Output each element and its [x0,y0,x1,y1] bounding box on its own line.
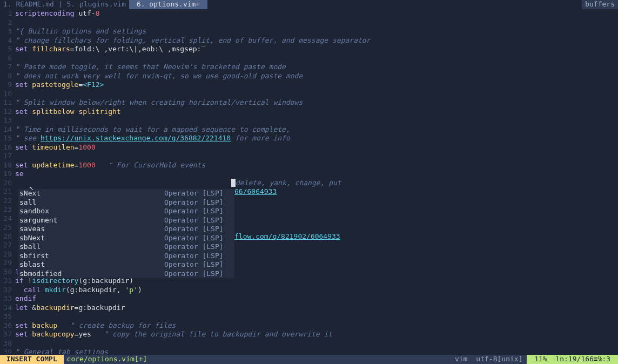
value: fold:\ ,vert:\|,eob:\ ,msgsep:‾ [75,45,206,53]
keyword: set [15,161,32,169]
keyword: set [15,80,32,89]
comma: , [117,286,125,294]
mode-indicator: INSERT COMPL [0,355,64,364]
paren: ( [66,286,70,294]
comment: " For CursorHold events [96,161,206,169]
line-number: 30 [0,268,15,277]
completion-word: sbNext [18,234,164,243]
keyword: set [15,143,32,151]
keyword: endif [15,294,36,302]
url-link[interactable]: https://unix.stackexchange.com/q/36882/2… [41,134,231,142]
line-number: 2 [0,18,15,28]
hidden-text: delete, yank, change, put [236,179,341,187]
completion-popup[interactable]: sNextOperator [LSP] sallOperator [LSP] s… [18,189,234,278]
completion-word: sbmodified [18,269,164,279]
keyword: scriptencoding [15,9,75,17]
option: backup [32,321,57,329]
keyword: se [15,170,24,178]
completion-item[interactable]: sbmodifiedOperator [LSP] [18,269,234,279]
line-number: 24 [0,214,15,224]
completion-item[interactable]: sbNextOperator [LSP] [18,234,234,243]
file-name: core/options.vim[+] [64,355,147,364]
line-number: 33 [0,294,15,304]
completion-word: sandbox [18,207,164,216]
line-number: 23 [0,205,15,214]
function: mkdir [45,286,66,294]
line-number: 27 [0,241,15,250]
comment: " Time in milliseconds to wait for a map… [15,125,618,134]
url-link[interactable]: 66/6064933 [234,187,277,196]
line-number: 12 [0,107,15,117]
buffers-label[interactable]: buffers [582,0,618,9]
completion-kind: Operator [LSP] [164,198,224,207]
line-number: 31 [0,277,15,286]
option: timeoutlen [32,143,74,151]
completion-kind: Operator [LSP] [164,234,224,243]
line-number: 22 [0,197,15,206]
operator: = [70,45,75,53]
line-number: 38 [0,339,15,348]
completion-word: saveas [18,225,164,234]
tab-inactive[interactable]: 1. README.md | 5. plugins.vim [0,0,129,9]
line-number: 34 [0,304,15,313]
comment: for more info [231,134,290,142]
completion-word: sNext [18,189,164,198]
number: 8 [96,9,100,17]
completion-item[interactable]: sandboxOperator [LSP] [18,207,234,216]
comment: " Split window below/right when creating… [15,98,618,107]
completion-word: sblast [18,260,164,269]
editor-area[interactable]: 1scriptencoding utf-8 2 3"{ Builtin opti… [0,9,618,357]
filetype: vim [451,355,472,364]
line-number: 17 [0,152,15,161]
completion-item[interactable]: sNextOperator [LSP] [18,189,234,198]
number: 1000 [78,143,95,151]
completion-kind: Operator [LSP] [164,242,224,252]
completion-kind: Operator [LSP] [164,225,224,234]
completion-kind: Operator [LSP] [164,207,224,216]
comment: "{ Builtin options and settings [15,27,618,36]
url-link[interactable]: flow.com/q/821902/6064933 [234,232,340,240]
completion-word: sall [18,198,164,207]
special-key: <F12> [83,80,104,89]
completion-word: sargument [18,216,164,225]
keyword: call [15,286,45,294]
line-number: 32 [0,286,15,295]
completion-item[interactable]: sblastOperator [LSP] [18,260,234,269]
string: 'p' [125,286,138,294]
line-number: 15 [0,134,15,143]
line-number: 10 [0,90,15,99]
comment: " change fillchars for folding, vertical… [15,36,618,45]
option: splitright [78,107,120,116]
completion-item[interactable]: sallOperator [LSP] [18,198,234,207]
completion-item[interactable]: saveasOperator [LSP] [18,225,234,234]
completion-kind: Operator [LSP] [164,189,224,198]
option: splitbelow [32,107,74,116]
line-number: 8 [0,72,15,81]
paren: ) [138,286,142,294]
value: yes [78,330,91,338]
keyword: set [15,45,32,53]
comment: " see [15,134,41,142]
identifier: g:backupdir [78,304,125,312]
line-number: 26 [0,232,15,241]
position: 11% ln:19/166≡℅:3 [527,355,618,364]
completion-kind: Operator [LSP] [164,269,224,279]
line-number: 25 [0,223,15,232]
completion-item[interactable]: sargumentOperator [LSP] [18,216,234,225]
comment: " Paste mode toggle, it seems that Neovi… [15,63,618,72]
tab-active[interactable]: 6. options.vim+ [129,0,207,9]
cursor [231,179,236,187]
completion-item[interactable]: sbfirstOperator [LSP] [18,252,234,261]
line-number: 4 [0,36,15,45]
completion-word: sbfirst [18,252,164,261]
comment: " create backup for files [57,321,176,329]
line-number: 5 [0,45,15,54]
line-number: 35 [0,312,15,321]
completion-item[interactable]: sballOperator [LSP] [18,242,234,252]
line-number: 20 [0,179,15,188]
line-number: 6 [0,54,15,63]
line-number: 11 [0,98,15,107]
option: backupdir [36,304,74,312]
line-number: 28 [0,250,15,259]
line-number: 13 [0,116,15,125]
